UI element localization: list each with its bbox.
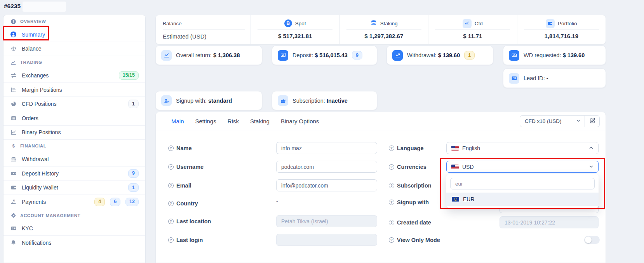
coins-icon	[370, 19, 377, 27]
language-select[interactable]: English	[446, 142, 599, 154]
sidebar-item-summary[interactable]: Summary	[3, 28, 145, 42]
hand-coin-icon: $	[10, 199, 17, 205]
username-label: ? Username	[168, 161, 204, 173]
balance-column-staking: Staking $ 1,297,382.67	[339, 15, 428, 44]
view-only-mode-label: ? View Only Mode	[389, 234, 440, 246]
tab-staking[interactable]: Staking	[250, 118, 270, 124]
sidebar-item-balance[interactable]: Balance	[3, 42, 145, 56]
bank-icon	[10, 156, 17, 162]
line-chart-icon	[161, 50, 172, 61]
stat-label: Deposit:	[292, 52, 313, 58]
wallet-icon	[10, 184, 17, 191]
balance-column-label: Staking	[380, 21, 398, 26]
line-chart-icon	[10, 129, 17, 135]
banknote-icon	[509, 50, 519, 61]
bell-icon	[10, 240, 17, 245]
username-input[interactable]	[276, 161, 377, 173]
sidebar-item-label: Payments	[22, 199, 46, 205]
signup-with-label: ? Signup with	[389, 196, 429, 208]
lead-id-card: Lead ID: -	[503, 68, 606, 88]
dollar-icon: $	[10, 143, 17, 149]
profile-main-panel: Main Settings Risk Staking Binary Option…	[155, 112, 606, 263]
sidebar-section-account-management: ACCOUNT MANAGEMENT	[3, 209, 145, 222]
email-input[interactable]	[276, 179, 377, 191]
balance-column-label: Spot	[295, 21, 306, 26]
withdrawal-card: Withdrawal: $ 139.60 1	[386, 46, 493, 65]
help-circle-icon: ?	[389, 183, 394, 188]
sidebar-section-financial: $ FINANCIAL	[3, 140, 145, 152]
help-circle-icon: ?	[168, 237, 174, 243]
sidebar-section-label: FINANCIAL	[20, 144, 46, 148]
deposit-history-count-badge: 9	[128, 169, 139, 178]
sidebar-item-notifications[interactable]: Notifications	[3, 236, 145, 250]
currencies-select[interactable]: USD	[446, 161, 599, 173]
list-icon	[10, 115, 17, 121]
gear-icon	[10, 212, 17, 218]
language-label: ? Language	[389, 142, 423, 154]
liquidity-wallet-count-badge: 1	[128, 183, 139, 192]
tab-main[interactable]: Main	[171, 118, 184, 124]
sidebar-item-label: Withdrawal	[22, 156, 49, 162]
stat-value: $ 139.60	[438, 52, 460, 58]
withdrawal-count-badge: 1	[464, 51, 475, 60]
language-select-value: English	[462, 145, 585, 151]
help-circle-icon: ?	[168, 219, 174, 224]
currency-search-input[interactable]	[450, 178, 595, 189]
tab-risk[interactable]: Risk	[228, 118, 239, 124]
signup-with-card: Signup with: standard	[155, 91, 262, 110]
deposit-card: Deposit: $ 516,015.43 9	[272, 46, 377, 65]
country-value: -	[276, 195, 278, 207]
cfd-value: $ 11.71	[463, 33, 482, 39]
currency-option-eur[interactable]: EUR	[446, 193, 599, 206]
deposit-banknote-icon	[278, 50, 288, 61]
sidebar-item-exchanges[interactable]: Exchanges 15/15	[3, 68, 145, 83]
sidebar-item-kyc[interactable]: KYC	[3, 222, 145, 236]
view-only-mode-toggle[interactable]	[584, 236, 600, 244]
payments-count-badge: 6	[110, 198, 120, 206]
payments-pending-badge: 4	[94, 198, 105, 206]
chevron-up-icon	[589, 145, 594, 151]
sidebar-item-margin-positions[interactable]: Margin Positions	[3, 83, 145, 97]
sidebar-item-orders[interactable]: Orders	[3, 111, 145, 126]
sidebar-item-label: Exchanges	[22, 72, 49, 79]
sidebar-item-withdrawal[interactable]: Withdrawal	[3, 152, 145, 167]
created-date-label: ? Created date	[389, 216, 431, 228]
tab-binary-options[interactable]: Binary Options	[281, 118, 319, 124]
sidebar-item-label: Deposit History	[22, 170, 59, 177]
sidebar-section-label: OVERVIEW	[20, 19, 46, 24]
help-circle-icon: ?	[389, 220, 394, 225]
tab-settings[interactable]: Settings	[195, 118, 216, 124]
sidebar-item-label: KYC	[22, 225, 33, 231]
us-flag-icon	[451, 165, 459, 169]
stat-label: Lead ID:	[524, 75, 545, 81]
currencies-label: ? Currencies	[389, 161, 426, 173]
sidebar-item-liquidity-wallet[interactable]: Liquidity Wallet 1	[3, 181, 145, 195]
overall-return-card: Overall return: $ 1,306.38	[155, 46, 262, 65]
balance-estimated-column: Balance Estimated (USD)	[156, 15, 251, 44]
svg-text:$: $	[13, 200, 14, 202]
banknote-icon	[10, 170, 17, 177]
name-input[interactable]	[276, 142, 377, 154]
sidebar-item-label: Balance	[22, 46, 42, 52]
account-select-value: CFD x10 (USD)	[525, 118, 562, 124]
help-circle-icon: ?	[168, 164, 174, 170]
user-check-icon	[161, 95, 172, 106]
account-select[interactable]: CFD x10 (USD)	[520, 115, 585, 127]
edit-pencil-icon	[589, 117, 595, 125]
spot-value: $ 517,321.81	[278, 33, 312, 39]
balance-column-cfd: Cfd $ 11.71	[428, 15, 517, 44]
pie-chart-icon	[10, 101, 17, 107]
exchanges-count-badge: 15/15	[119, 71, 139, 80]
info-value: Inactive	[327, 98, 348, 104]
chevron-down-icon	[576, 118, 581, 124]
sidebar-item-binary-positions[interactable]: Binary Positions	[3, 126, 145, 140]
sidebar-item-payments[interactable]: $ Payments 4 6 12	[3, 195, 145, 209]
sidebar-item-cfd-positions[interactable]: CFD Positions 1	[3, 97, 145, 111]
bitcoin-icon: B	[284, 19, 292, 27]
sidebar-item-label: Notifications	[22, 240, 51, 246]
stat-value: -	[547, 75, 548, 81]
help-circle-icon: ?	[389, 237, 394, 243]
sidebar-item-deposit-history[interactable]: Deposit History 9	[3, 167, 145, 181]
id-card-icon	[10, 225, 17, 231]
edit-account-button[interactable]	[585, 115, 600, 127]
